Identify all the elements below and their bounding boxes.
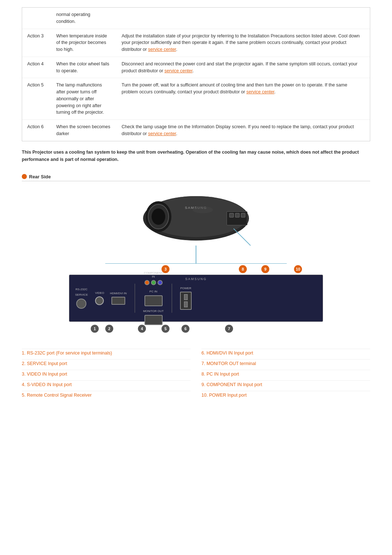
component-port-2 bbox=[151, 280, 156, 285]
action-cell bbox=[22, 8, 51, 29]
resolution-cell bbox=[117, 8, 370, 29]
part-item-4: 4. S-VIDEO IN Input port bbox=[22, 380, 191, 389]
service-label: SERVICE bbox=[75, 293, 88, 297]
brand-label: SAMSUNG bbox=[185, 277, 207, 281]
part-label-1: RS-232C port (For service input terminal… bbox=[27, 351, 112, 356]
part-item-1: 1. RS-232C port (For service input termi… bbox=[22, 349, 191, 357]
rear-side-label: Rear Side bbox=[29, 174, 51, 179]
part-label-3: VIDEO IN Input port bbox=[27, 372, 67, 377]
action-label: Action 6 bbox=[22, 120, 51, 141]
video-label: VIDEO bbox=[95, 291, 104, 295]
service-center-link-6[interactable]: service center bbox=[148, 131, 176, 136]
service-center-link-4[interactable]: service center bbox=[164, 68, 192, 73]
num-8-top: 8 bbox=[239, 265, 247, 273]
troubleshoot-table: normal operatingcondition. Action 3 When… bbox=[22, 7, 370, 141]
action-label: Action 3 bbox=[22, 29, 51, 57]
port-group-power: POWER bbox=[180, 287, 192, 310]
rear-icon bbox=[22, 174, 27, 179]
rs232-port bbox=[76, 299, 86, 309]
resolution-text: Adjust the installation state of your pr… bbox=[117, 29, 370, 57]
part-item-10: 10. POWER Input port bbox=[201, 391, 370, 399]
svg-point-4 bbox=[152, 208, 166, 224]
port-group-video: VIDEO bbox=[95, 291, 104, 305]
part-num-9: 9. bbox=[201, 382, 205, 387]
table-row: normal operatingcondition. bbox=[22, 8, 370, 29]
num-6-bottom: 6 bbox=[181, 325, 189, 333]
resolution-text: Disconnect and reconnect the power cord … bbox=[117, 57, 370, 78]
part-label-5: Remote Control Signal Receiver bbox=[27, 393, 92, 398]
port-diagram-box: SAMSUNG RS-232C SERVICE VIDEO HDMI/DVI I… bbox=[69, 275, 323, 322]
notice-text: This Projector uses a cooling fan system… bbox=[22, 149, 370, 163]
svg-point-10 bbox=[193, 206, 213, 213]
table-row: Action 4 When the color wheel fails to o… bbox=[22, 57, 370, 78]
part-num-8: 8. bbox=[201, 372, 205, 377]
num-4-bottom: 4 bbox=[138, 325, 146, 333]
power-port-inner bbox=[184, 294, 188, 307]
action-label: Action 5 bbox=[22, 78, 51, 120]
hdmi-label: HDMI/DVI IN bbox=[110, 292, 127, 295]
projector-svg: SAMSUNG bbox=[138, 184, 254, 246]
part-item-6: 6. HDMI/DVI IN Input port bbox=[201, 349, 370, 357]
part-label-6: HDMI/DVI IN Input port bbox=[207, 351, 253, 356]
num-5-bottom: 5 bbox=[162, 325, 170, 333]
part-label-4: S-VIDEO IN Input port bbox=[27, 382, 72, 387]
port-group-component-pc: COMPONENTIN PC IN MONITOR OUT bbox=[143, 271, 164, 325]
rear-side-header: Rear Side bbox=[22, 174, 370, 181]
part-item-7: 7. MONITOR OUT terminal bbox=[201, 359, 370, 368]
part-item-9: 9. COMPONENT IN Input port bbox=[201, 380, 370, 389]
svg-rect-8 bbox=[235, 213, 239, 217]
part-item-2: 2. SERVICE Input port bbox=[22, 359, 191, 368]
projector-illustration: SAMSUNG 3 8 bbox=[22, 184, 370, 334]
monitor-out-label: MONITOR OUT bbox=[143, 309, 164, 313]
condition-text: The lamp malfunctions after power turns … bbox=[51, 78, 117, 120]
num-10-top: 10 bbox=[294, 265, 302, 273]
power-pin-2 bbox=[184, 301, 188, 307]
separator-1 bbox=[135, 284, 135, 313]
part-label-2: SERVICE Input port bbox=[27, 361, 67, 366]
service-center-link-5[interactable]: service center bbox=[246, 89, 274, 94]
diagram-top-numbers: 3 8 9 10 bbox=[69, 264, 323, 275]
condition-text: When temperature inside of the projector… bbox=[51, 29, 117, 57]
part-item-5: 5. Remote Control Signal Receiver bbox=[22, 391, 191, 399]
num-7-bottom: 7 bbox=[225, 325, 233, 333]
num-9-top: 9 bbox=[261, 265, 269, 273]
part-num-7: 7. bbox=[201, 361, 205, 366]
parts-list: 1. RS-232C port (For service input termi… bbox=[22, 349, 370, 399]
table-row: Action 6 When the screen becomes darker … bbox=[22, 120, 370, 141]
num-1-bottom: 1 bbox=[91, 325, 99, 333]
power-port bbox=[180, 292, 192, 310]
table-row: Action 5 The lamp malfunctions after pow… bbox=[22, 78, 370, 120]
part-num-1: 1. bbox=[22, 351, 25, 356]
part-num-6: 6. bbox=[201, 351, 205, 356]
part-num-2: 2. bbox=[22, 361, 25, 366]
diagram-bottom-numbers: 1 2 4 5 6 7 bbox=[69, 323, 323, 334]
part-num-10: 10. bbox=[201, 393, 208, 398]
part-label-10: POWER Input port bbox=[209, 393, 247, 398]
separator-2 bbox=[172, 284, 172, 313]
pc-in-port bbox=[144, 295, 163, 306]
service-center-link-3[interactable]: service center bbox=[148, 47, 176, 52]
power-label: POWER bbox=[180, 287, 191, 290]
part-num-5: 5. bbox=[22, 393, 25, 398]
resolution-text: Check the lamp usage time on the Informa… bbox=[117, 120, 370, 141]
svg-rect-9 bbox=[241, 213, 245, 217]
condition-text: When the screen becomes darker bbox=[51, 120, 117, 141]
port-group-rs232-service: RS-232C SERVICE bbox=[75, 288, 88, 308]
component-port-3 bbox=[158, 280, 163, 285]
component-port-1 bbox=[144, 280, 150, 285]
part-item-3: 3. VIDEO IN Input port bbox=[22, 370, 191, 378]
resolution-text: Turn the power off, wait for a sufficien… bbox=[117, 78, 370, 120]
port-group-hdmi: HDMI/DVI IN bbox=[110, 292, 127, 305]
action-label: Action 4 bbox=[22, 57, 51, 78]
part-label-9: COMPONENT IN Input port bbox=[207, 382, 262, 387]
power-pin-1 bbox=[184, 294, 188, 300]
svg-rect-7 bbox=[229, 213, 233, 217]
component-label: COMPONENTIN bbox=[144, 271, 163, 278]
part-num-3: 3. bbox=[22, 372, 25, 377]
video-port bbox=[95, 296, 104, 305]
part-item-8: 8. PC IN Input port bbox=[201, 370, 370, 378]
pc-in-label: PC IN bbox=[150, 290, 157, 293]
connector-line-svg bbox=[69, 246, 323, 264]
num-2-bottom: 2 bbox=[105, 325, 113, 333]
part-num-4: 4. bbox=[22, 382, 25, 387]
